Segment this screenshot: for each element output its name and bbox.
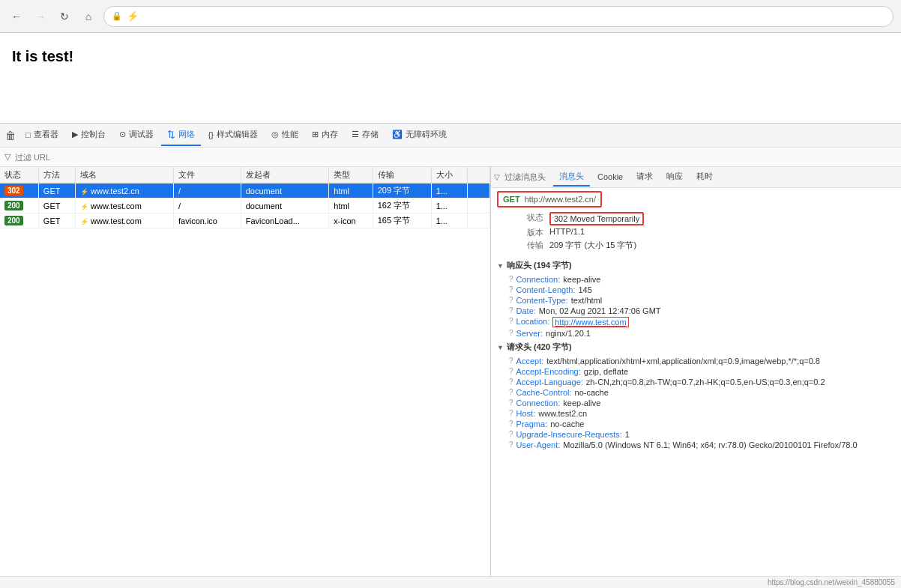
tab-debugger[interactable]: ⊙ 调试器	[113, 124, 160, 146]
delete-button[interactable]: 🗑	[3, 128, 18, 143]
cell-domain: ⚡ www.test.com	[76, 198, 174, 213]
help-icon[interactable]: ?	[509, 430, 513, 438]
help-icon[interactable]: ?	[509, 306, 513, 315]
help-icon[interactable]: ?	[509, 388, 513, 396]
col-size[interactable]: 大小	[431, 167, 467, 184]
transfer-label: 传输	[498, 240, 543, 251]
status-value: 302 Moved Temporarily	[549, 212, 895, 225]
tab-storage[interactable]: ☰ 存储	[346, 124, 385, 146]
help-icon[interactable]: ?	[509, 367, 513, 375]
devtools-toolbar: 🗑 □ 查看器 ▶ 控制台 ⊙ 调试器 ⇅ 网络 {} 样式编辑器 ◎ 性能 ⊞…	[0, 124, 901, 148]
help-icon[interactable]: ?	[509, 275, 513, 283]
cell-transfer: 209 字节	[373, 184, 431, 198]
tab-response[interactable]: 响应	[660, 168, 689, 187]
header-val-link[interactable]: http://www.test.com	[552, 317, 628, 327]
tab-console[interactable]: ▶ 控制台	[66, 124, 112, 146]
filter-url-input[interactable]	[15, 153, 118, 162]
domain-icon: ⚡	[80, 218, 88, 225]
info-grid: 状态 302 Moved Temporarily 版本 HTTP/1.1 传输 …	[497, 212, 895, 251]
cell-transfer: 162 字节	[373, 198, 431, 213]
header-row: ?Accept-Encoding: gzip, deflate	[497, 366, 895, 377]
tab-memory[interactable]: ⊞ 内存	[306, 124, 344, 146]
help-icon[interactable]: ?	[509, 285, 513, 294]
col-initiator[interactable]: 发起者	[241, 167, 329, 184]
network-icon: ⇅	[167, 129, 175, 140]
help-icon[interactable]: ?	[509, 357, 513, 365]
tab-timing[interactable]: 耗时	[690, 168, 719, 187]
help-icon[interactable]: ?	[509, 329, 513, 337]
transfer-value: 209 字节 (大小 15 字节)	[549, 240, 895, 251]
details-filter-icon: ▽	[494, 173, 500, 181]
col-file[interactable]: 文件	[174, 167, 241, 184]
network-main: 状态 方法 域名 文件 发起者 类型 传输 大小 302	[0, 167, 901, 576]
table-row[interactable]: 200 GET ⚡ www.test.com favicon.ico Favic…	[0, 213, 490, 228]
style-editor-icon: {}	[208, 130, 214, 139]
response-headers-section[interactable]: 响应头 (194 字节)	[497, 257, 895, 274]
security-icon2: ⚡	[127, 10, 139, 22]
performance-icon: ◎	[271, 130, 279, 139]
domain-icon: ⚡	[80, 203, 88, 210]
header-key: Content-Type:	[516, 296, 568, 305]
forward-button[interactable]: →	[31, 7, 49, 25]
help-icon[interactable]: ?	[509, 317, 513, 325]
help-icon[interactable]: ?	[509, 296, 513, 304]
tab-style-editor[interactable]: {} 样式编辑器	[202, 124, 264, 146]
col-status[interactable]: 状态	[0, 167, 38, 184]
table-row[interactable]: 200 GET ⚡ www.test.com / document html 1…	[0, 198, 490, 213]
tab-headers[interactable]: 消息头	[553, 168, 590, 187]
col-waterfall[interactable]	[468, 167, 490, 184]
header-row: ?Cache-Control: no-cache	[497, 387, 895, 398]
tab-performance[interactable]: ◎ 性能	[265, 124, 304, 146]
header-key: Server:	[516, 329, 543, 338]
cell-size: 1...	[431, 213, 467, 228]
details-content[interactable]: GET http://www.test2.cn/ 状态 302 Moved Te…	[491, 188, 901, 576]
tab-accessibility[interactable]: ♿ 无障碍环境	[386, 124, 453, 146]
cell-file: /	[174, 198, 241, 213]
tab-network[interactable]: ⇅ 网络	[161, 124, 201, 146]
bottom-url: https://blog.csdn.net/weixin_45880055	[768, 578, 895, 587]
network-filter-row: ▽	[0, 148, 901, 167]
url-input[interactable]: www.test.com	[143, 10, 885, 22]
version-value: HTTP/1.1	[549, 227, 895, 238]
header-val: Mon, 02 Aug 2021 12:47:06 GMT	[539, 306, 661, 315]
help-icon[interactable]: ?	[509, 409, 513, 417]
help-icon[interactable]: ?	[509, 398, 513, 407]
header-key: Date:	[516, 306, 536, 315]
table-row[interactable]: 302 GET ⚡ www.test2.cn / document html 2…	[0, 184, 490, 198]
header-key: Location:	[516, 317, 550, 326]
memory-icon: ⊞	[312, 130, 319, 139]
col-type[interactable]: 类型	[329, 167, 373, 184]
home-button[interactable]: ⌂	[79, 7, 97, 25]
header-val: keep-alive	[563, 398, 600, 407]
header-key: Connection:	[516, 398, 561, 407]
cell-domain: ⚡ www.test.com	[76, 213, 174, 228]
back-button[interactable]: ←	[7, 7, 25, 25]
cell-status: 302	[0, 184, 38, 198]
header-key: Accept-Encoding:	[516, 367, 581, 376]
details-filter-label: 过滤消息头	[504, 172, 546, 183]
cell-type: html	[329, 184, 373, 198]
header-key: Upgrade-Insecure-Requests:	[516, 430, 622, 439]
header-val: 1	[625, 430, 630, 439]
col-domain[interactable]: 域名	[76, 167, 174, 184]
tab-request[interactable]: 请求	[630, 168, 659, 187]
help-icon[interactable]: ?	[509, 419, 513, 428]
cell-status: 200	[0, 213, 38, 228]
network-table-wrapper[interactable]: 状态 方法 域名 文件 发起者 类型 传输 大小 302	[0, 167, 490, 576]
storage-icon: ☰	[352, 130, 359, 139]
tab-inspector[interactable]: □ 查看器	[19, 124, 64, 146]
cell-initiator: document	[241, 198, 329, 213]
header-row: ?Pragma: no-cache	[497, 419, 895, 429]
header-row: ?Content-Length: 145	[497, 285, 895, 295]
help-icon[interactable]: ?	[509, 440, 513, 449]
tab-cookie[interactable]: Cookie	[591, 169, 629, 186]
reload-button[interactable]: ↻	[55, 7, 73, 25]
help-icon[interactable]: ?	[509, 378, 513, 386]
request-url-row: GET http://www.test2.cn/	[497, 191, 602, 207]
cell-method: GET	[38, 213, 75, 228]
cell-initiator: FaviconLoad...	[241, 213, 329, 228]
col-transfer[interactable]: 传输	[373, 167, 431, 184]
debugger-icon: ⊙	[119, 130, 126, 139]
col-method[interactable]: 方法	[38, 167, 75, 184]
request-headers-section[interactable]: 请求头 (420 字节)	[497, 339, 895, 356]
